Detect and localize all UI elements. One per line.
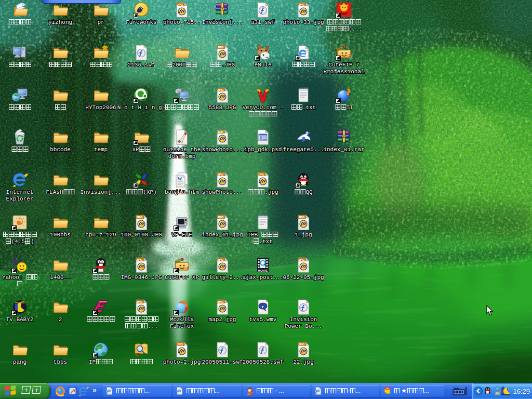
svg-text:VIP: VIP bbox=[386, 388, 389, 390]
svg-text:»: » bbox=[92, 386, 96, 394]
